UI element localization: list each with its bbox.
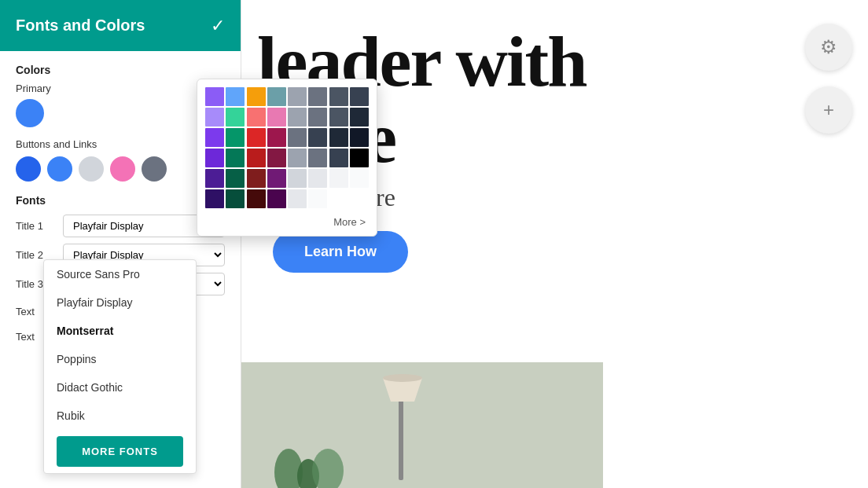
palette-color-cell[interactable] bbox=[288, 189, 307, 208]
add-button[interactable]: + bbox=[805, 86, 852, 134]
palette-color-cell[interactable] bbox=[308, 149, 327, 167]
primary-color-circle[interactable] bbox=[16, 99, 44, 127]
palette-color-cell[interactable] bbox=[329, 108, 348, 127]
sidebar-header: Fonts and Colors ✓ bbox=[0, 0, 241, 51]
palette-color-cell[interactable] bbox=[247, 87, 266, 106]
palette-color-cell[interactable] bbox=[329, 189, 348, 208]
font-row-title1: Title 1 Playfair Display bbox=[16, 215, 225, 237]
palette-color-cell[interactable] bbox=[267, 87, 286, 106]
palette-more-link[interactable]: More > bbox=[205, 216, 369, 228]
gear-button[interactable]: ⚙ bbox=[805, 24, 852, 71]
font-label-title1: Title 1 bbox=[16, 220, 57, 232]
swatch-gray-dark[interactable] bbox=[142, 156, 167, 182]
palette-color-cell[interactable] bbox=[267, 189, 286, 208]
palette-color-cell[interactable] bbox=[308, 128, 327, 147]
palette-color-cell[interactable] bbox=[226, 128, 245, 147]
dropdown-item-playfair[interactable]: Playfair Display bbox=[44, 288, 196, 317]
dropdown-item-didact[interactable]: Didact Gothic bbox=[44, 373, 196, 402]
palette-color-cell[interactable] bbox=[308, 108, 327, 127]
palette-color-cell[interactable] bbox=[288, 108, 307, 127]
swatch-blue-dark[interactable] bbox=[16, 156, 41, 182]
primary-label: Primary bbox=[16, 83, 225, 94]
palette-color-cell[interactable] bbox=[205, 87, 224, 106]
palette-color-cell[interactable] bbox=[350, 128, 369, 147]
palette-color-cell[interactable] bbox=[247, 169, 266, 188]
palette-color-cell[interactable] bbox=[308, 87, 327, 106]
svg-point-6 bbox=[383, 374, 422, 382]
palette-color-cell[interactable] bbox=[205, 108, 224, 127]
more-fonts-button[interactable]: MORE FONTS bbox=[57, 436, 183, 467]
color-palette-popup: More > bbox=[197, 79, 377, 237]
palette-color-cell[interactable] bbox=[247, 128, 266, 147]
colors-section-label: Colors bbox=[16, 64, 225, 76]
swatch-gray-light[interactable] bbox=[79, 156, 104, 182]
lamp-svg bbox=[241, 362, 603, 488]
dropdown-item-rubik[interactable]: Rubik bbox=[44, 402, 196, 430]
palette-color-cell[interactable] bbox=[329, 149, 348, 167]
palette-color-cell[interactable] bbox=[308, 169, 327, 188]
palette-color-cell[interactable] bbox=[288, 149, 307, 167]
font-dropdown: Source Sans Pro Playfair Display Montser… bbox=[43, 259, 197, 474]
palette-color-cell[interactable] bbox=[329, 169, 348, 188]
dropdown-item-source-sans[interactable]: Source Sans Pro bbox=[44, 260, 196, 288]
palette-color-cell[interactable] bbox=[205, 149, 224, 167]
palette-color-cell[interactable] bbox=[226, 87, 245, 106]
palette-color-cell[interactable] bbox=[288, 128, 307, 147]
buttons-links-label: Buttons and Links bbox=[16, 138, 225, 150]
main-content: leader with nage r subtitle here Learn H… bbox=[241, 0, 868, 488]
lamp-image bbox=[241, 362, 603, 488]
palette-color-cell[interactable] bbox=[205, 189, 224, 208]
palette-color-cell[interactable] bbox=[226, 189, 245, 208]
palette-color-cell[interactable] bbox=[288, 87, 307, 106]
palette-color-cell[interactable] bbox=[267, 128, 286, 147]
palette-color-cell[interactable] bbox=[247, 189, 266, 208]
palette-color-cell[interactable] bbox=[288, 169, 307, 188]
palette-color-cell[interactable] bbox=[329, 87, 348, 106]
sidebar-title: Fonts and Colors bbox=[16, 17, 145, 35]
palette-color-cell[interactable] bbox=[267, 169, 286, 188]
palette-color-cell[interactable] bbox=[205, 128, 224, 147]
palette-color-cell[interactable] bbox=[350, 169, 369, 188]
palette-color-cell[interactable] bbox=[205, 169, 224, 188]
palette-color-cell[interactable] bbox=[350, 108, 369, 127]
palette-color-cell[interactable] bbox=[247, 108, 266, 127]
palette-color-cell[interactable] bbox=[350, 87, 369, 106]
palette-color-cell[interactable] bbox=[226, 108, 245, 127]
palette-color-cell[interactable] bbox=[308, 189, 327, 208]
palette-color-cell[interactable] bbox=[350, 189, 369, 208]
learn-how-button[interactable]: Learn How bbox=[273, 231, 408, 273]
gear-icon: ⚙ bbox=[820, 36, 837, 58]
swatch-blue-mid[interactable] bbox=[47, 156, 72, 182]
color-swatches bbox=[16, 156, 225, 182]
palette-color-cell[interactable] bbox=[247, 149, 266, 167]
dropdown-item-poppins[interactable]: Poppins bbox=[44, 345, 196, 373]
confirm-icon[interactable]: ✓ bbox=[211, 16, 225, 36]
palette-color-cell[interactable] bbox=[226, 169, 245, 188]
palette-color-cell[interactable] bbox=[267, 149, 286, 167]
fonts-section-label: Fonts bbox=[16, 194, 225, 207]
palette-color-cell[interactable] bbox=[226, 149, 245, 167]
swatch-pink[interactable] bbox=[110, 156, 135, 182]
palette-color-cell[interactable] bbox=[350, 149, 369, 167]
plus-icon: + bbox=[823, 99, 834, 121]
palette-color-cell[interactable] bbox=[329, 128, 348, 147]
palette-color-cell[interactable] bbox=[267, 108, 286, 127]
palette-grid bbox=[205, 87, 369, 208]
dropdown-item-montserrat[interactable]: Montserrat bbox=[44, 317, 196, 345]
